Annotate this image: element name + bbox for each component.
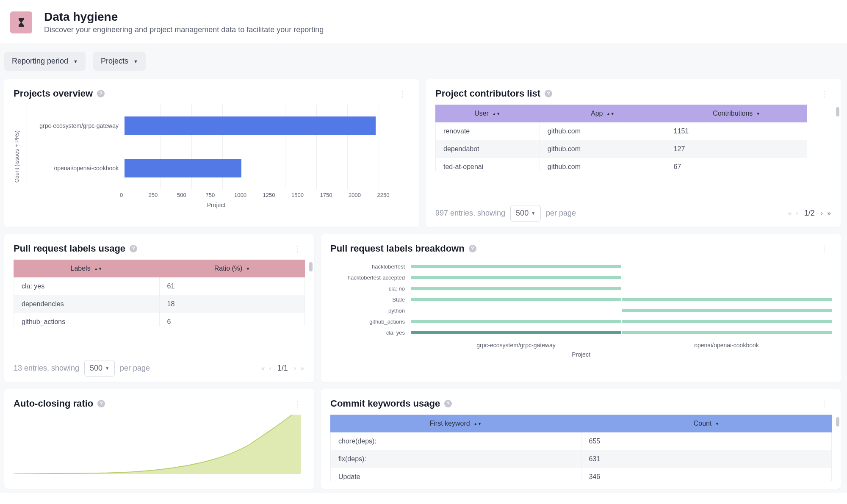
table-row: fix(deps): 631: [331, 450, 831, 468]
cell-label: github_actions: [14, 313, 159, 326]
caret-down-icon: ▼: [105, 366, 109, 371]
chart-row-label: python: [330, 307, 411, 314]
cell-label: cla: yes: [14, 277, 159, 295]
chart-bar: [411, 265, 621, 268]
help-icon[interactable]: ?: [545, 90, 552, 97]
sort-icon: ▲▼: [606, 113, 614, 115]
cell-app: github.com: [540, 122, 666, 140]
help-icon[interactable]: ?: [97, 400, 105, 407]
chart-x-tick: 500: [177, 192, 206, 198]
column-header-contributions[interactable]: Contributions▼: [666, 105, 807, 122]
pager-next-icon[interactable]: ›: [293, 364, 297, 373]
cell-keyword: chore(deps):: [331, 432, 581, 450]
help-icon[interactable]: ?: [469, 245, 476, 252]
kebab-menu-icon[interactable]: ⋮: [395, 87, 410, 100]
page-subtitle: Discover your engineering and project ma…: [44, 25, 324, 34]
kebab-menu-icon[interactable]: ⋮: [290, 397, 305, 410]
table-row: github_actions 6: [14, 313, 304, 326]
chart-row-label: Stale: [330, 296, 411, 303]
column-header-labels[interactable]: Labels▲▼: [14, 260, 159, 277]
cell-ratio: 18: [159, 295, 304, 313]
help-icon[interactable]: ?: [130, 245, 137, 252]
cell-user: dependabot: [436, 140, 540, 158]
pr-labels-usage-card: Pull request labels usage ? ⋮ Labels▲▼ R…: [4, 234, 314, 382]
chevron-down-icon: ▼: [73, 59, 78, 64]
column-header-app[interactable]: App▲▼: [540, 105, 666, 122]
page-title: Data hygiene: [44, 10, 324, 24]
sort-desc-icon: ▼: [246, 268, 250, 270]
pager-per-page-select[interactable]: 500▼: [510, 205, 541, 222]
chart-x-category: openai/openai-cookbook: [621, 342, 832, 349]
sort-icon: ▲▼: [473, 423, 482, 425]
pager-per-page-text: per page: [120, 364, 150, 373]
kebab-menu-icon[interactable]: ⋮: [817, 87, 832, 100]
help-icon[interactable]: ?: [97, 90, 105, 97]
table-row: dependabot github.com 127: [436, 140, 807, 158]
chart-bar: [125, 159, 241, 177]
chart-bar: [411, 320, 621, 323]
chart-row-label: cla: yes: [330, 330, 411, 336]
chart-x-tick: 2000: [349, 192, 377, 198]
card-title: Project contributors list: [435, 88, 540, 99]
cell-contributions: 1151: [666, 122, 807, 140]
chart-row-label: hacktoberfest-accepted: [330, 274, 411, 281]
chart-x-tick: 1750: [320, 192, 349, 198]
auto-closing-chart: [14, 415, 305, 474]
page-header: Data hygiene Discover your engineering a…: [0, 0, 847, 43]
chart-row-label: github_actions: [330, 318, 411, 325]
reporting-period-dropdown[interactable]: Reporting period ▼: [4, 52, 86, 71]
card-title: Auto-closing ratio: [14, 398, 93, 409]
pager-last-icon[interactable]: »: [826, 209, 832, 218]
card-title: Pull request labels breakdown: [330, 243, 465, 254]
column-header-count[interactable]: Count▼: [581, 415, 832, 432]
chart-x-tick: 1500: [291, 192, 320, 198]
reporting-period-label: Reporting period: [12, 57, 68, 66]
kebab-menu-icon[interactable]: ⋮: [817, 397, 832, 410]
cell-count: 346: [581, 468, 831, 481]
sort-desc-icon: ▼: [756, 113, 760, 115]
chart-bar: [411, 298, 621, 301]
projects-dropdown[interactable]: Projects ▼: [93, 52, 146, 71]
pager-next-icon[interactable]: ›: [820, 209, 824, 218]
card-title: Pull request labels usage: [14, 243, 125, 254]
pager-prev-icon[interactable]: ‹: [795, 209, 799, 218]
cell-contributions: 67: [666, 158, 807, 171]
table-row: renovate github.com 1151: [436, 122, 807, 140]
pager-first-icon[interactable]: «: [260, 364, 266, 373]
pager-first-icon[interactable]: «: [787, 209, 793, 218]
pager-per-page-text: per page: [546, 209, 576, 218]
chart-bar: [411, 276, 621, 279]
table-row: dependencies 18: [14, 295, 304, 313]
table-row: cla: yes 61: [14, 277, 304, 295]
project-contributors-card: Project contributors list ? ⋮ User▲▼ App…: [426, 79, 841, 227]
kebab-menu-icon[interactable]: ⋮: [290, 242, 305, 255]
chart-x-axis-label: Project: [330, 351, 832, 358]
table-row: Update 346: [331, 468, 831, 481]
sort-icon: ▲▼: [492, 113, 501, 115]
help-icon[interactable]: ?: [444, 400, 452, 407]
chevron-down-icon: ▼: [133, 59, 138, 64]
card-title: Commit keywords usage: [330, 398, 440, 409]
chart-x-tick: 0: [120, 192, 149, 198]
cell-keyword: Update: [331, 468, 581, 481]
cell-app: github.com: [540, 158, 666, 171]
chart-row-label: hacktoberfest: [330, 263, 411, 270]
kebab-menu-icon[interactable]: ⋮: [817, 242, 832, 255]
pager-last-icon[interactable]: »: [299, 364, 305, 373]
chart-bar: [622, 331, 832, 334]
chart-bar: [411, 331, 621, 334]
chart-row-label: cla: no: [330, 285, 411, 292]
pager-per-page-select[interactable]: 500▼: [84, 360, 115, 377]
column-header-keyword[interactable]: First keyword▲▼: [330, 415, 581, 432]
cell-keyword: fix(deps):: [331, 450, 581, 468]
column-header-ratio[interactable]: Ratio (%)▼: [159, 260, 305, 277]
pager-prev-icon[interactable]: ‹: [268, 364, 272, 373]
cell-count: 631: [581, 450, 831, 468]
cell-contributions: 127: [666, 140, 807, 158]
filter-bar: Reporting period ▼ Projects ▼: [0, 43, 847, 79]
chart-x-tick: 1250: [263, 192, 292, 198]
column-header-user[interactable]: User▲▼: [435, 105, 540, 122]
app-logo: [10, 11, 32, 33]
projects-overview-card: Projects overview ? ⋮ Count (issues + PR…: [4, 79, 419, 227]
table-row: ted-at-openai github.com 67: [436, 158, 807, 171]
